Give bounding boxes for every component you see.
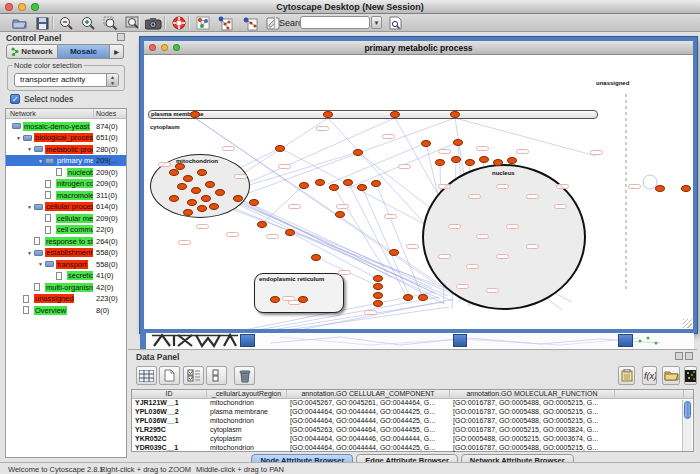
graph-node[interactable] (323, 111, 333, 118)
table-row[interactable]: YPL036W__2plasma membrane[GO:0044464, GO… (132, 408, 693, 417)
graph-node[interactable] (493, 159, 503, 166)
graph-node[interactable] (249, 199, 259, 206)
graph-node[interactable] (187, 199, 197, 206)
tree-row[interactable]: ▼biological_process651(0) (6, 132, 126, 144)
expand-arrow-icon[interactable]: ▼ (27, 146, 32, 152)
select-attributes-button[interactable] (183, 366, 204, 385)
data-panel-float-icon[interactable] (675, 352, 683, 360)
tree-row[interactable]: ▼metabolic process280(0) (6, 143, 126, 155)
copy-network-button[interactable] (239, 15, 261, 31)
graph-node[interactable] (183, 175, 193, 182)
graph-node[interactable] (191, 187, 201, 194)
tab-mosaic[interactable]: Mosaic (58, 44, 110, 59)
tree-row[interactable]: multi-organism pro42(0) (6, 281, 126, 293)
tree-row[interactable]: unassigned223(0) (6, 293, 126, 305)
column-header[interactable]: ID (132, 390, 207, 398)
new-attribute-button[interactable] (159, 366, 180, 385)
graph-node[interactable] (389, 249, 399, 256)
table-row[interactable]: YKR052Ccytoplasm[GO:0044464, GO:0044446,… (132, 435, 693, 444)
background-window-sliver[interactable] (140, 333, 694, 349)
tree-row[interactable]: nucleobase-209(0) (6, 166, 126, 178)
graph-node[interactable] (373, 283, 383, 290)
graph-node[interactable] (169, 169, 179, 176)
open-session-button[interactable] (8, 15, 30, 31)
column-header[interactable]: annotation.GO MOLECULAR_FUNCTION (450, 390, 615, 398)
table-scrollbar[interactable] (682, 400, 692, 451)
graph-node[interactable] (371, 180, 381, 187)
graph-node[interactable] (390, 111, 400, 118)
graph-node[interactable] (183, 209, 193, 216)
graph-node[interactable] (197, 169, 207, 176)
search-options-button[interactable]: ▼ (371, 16, 382, 29)
network-canvas[interactable]: plasma membrane cytoplasm mitochondrion … (144, 56, 693, 329)
expand-arrow-icon[interactable]: ▼ (16, 135, 21, 141)
tree-row[interactable]: ▼primary metabo209(... (6, 155, 126, 167)
expand-arrow-icon[interactable]: ▼ (38, 158, 43, 164)
graph-node[interactable] (507, 157, 517, 164)
unselect-attributes-button[interactable] (206, 366, 227, 385)
graph-node[interactable] (270, 296, 280, 303)
delete-attribute-button[interactable] (234, 366, 255, 385)
advanced-search-button[interactable] (384, 15, 406, 31)
graph-node[interactable] (329, 184, 339, 191)
graph-node[interactable] (233, 195, 243, 202)
graph-node[interactable] (169, 195, 179, 202)
graph-node[interactable] (215, 189, 225, 196)
graph-node[interactable] (311, 254, 321, 261)
tree-row[interactable]: Overview8(0) (6, 304, 126, 316)
snapshot-button[interactable] (142, 15, 164, 31)
graph-node[interactable] (190, 111, 200, 118)
tree-row[interactable]: secretion41(0) (6, 270, 126, 282)
graph-node[interactable] (435, 159, 445, 166)
tree-row[interactable]: cellular metabol209(0) (6, 212, 126, 224)
resize-grip[interactable] (683, 319, 692, 328)
data-panel-close-icon[interactable] (685, 352, 693, 360)
graph-node[interactable] (175, 163, 185, 170)
graph-node[interactable] (343, 179, 353, 186)
column-header[interactable]: annotation.GO CELLULAR_COMPONENT (287, 390, 450, 398)
tree-row[interactable]: ▼transport558(0) (6, 258, 126, 270)
column-header[interactable] (615, 390, 684, 398)
graph-node[interactable] (453, 139, 463, 146)
tree-row[interactable]: mosaic-demo-yeast874(0) (6, 120, 126, 132)
float-panel-icon[interactable] (117, 33, 125, 41)
graph-node[interactable] (403, 294, 413, 301)
table-row[interactable]: YDR039C__1mitochondrion[GO:0044464, GO:0… (132, 444, 693, 453)
graph-node[interactable] (257, 221, 267, 228)
attribute-editor-button[interactable] (618, 366, 635, 385)
graph-node[interactable] (681, 185, 691, 192)
attribute-matrix-button[interactable] (684, 366, 697, 385)
select-nodes-checkbox[interactable]: ✓ (10, 94, 20, 104)
new-network-button[interactable] (192, 15, 214, 31)
table-scrollbar-thumb[interactable] (684, 401, 691, 419)
graph-node[interactable] (205, 181, 215, 188)
graph-node[interactable] (353, 149, 363, 156)
tree-row[interactable]: macromolecule311(0) (6, 189, 126, 201)
expand-arrow-icon[interactable]: ▼ (27, 204, 32, 210)
graph-node[interactable] (465, 159, 475, 166)
graph-node[interactable] (177, 183, 187, 190)
expand-arrow-icon[interactable]: ▼ (27, 250, 32, 256)
zoom-in-button[interactable] (77, 15, 99, 31)
graph-node[interactable] (285, 229, 295, 236)
graph-node[interactable] (197, 205, 207, 212)
attribute-table-button[interactable] (136, 366, 157, 385)
zoom-selected-button[interactable] (99, 15, 121, 31)
graph-node[interactable] (315, 179, 325, 186)
graph-node[interactable] (357, 184, 367, 191)
tree-row[interactable]: ▼establishment of lo558(0) (6, 247, 126, 259)
function-builder-button[interactable]: f(x) (642, 366, 657, 385)
graph-node[interactable] (373, 292, 383, 299)
zoom-out-button[interactable] (55, 15, 77, 31)
import-attributes-button[interactable] (662, 366, 680, 385)
tree-row[interactable]: ▼cellular process614(0) (6, 201, 126, 213)
tab-overflow-button[interactable]: ▶ (110, 44, 124, 59)
graph-node[interactable] (451, 156, 461, 163)
graph-node[interactable] (418, 294, 428, 301)
graph-node[interactable] (299, 182, 309, 189)
graph-node[interactable] (450, 111, 460, 118)
tab-network[interactable]: Network (6, 44, 58, 59)
node-color-select[interactable]: transporter activity ▲▼ (14, 73, 119, 87)
graph-node[interactable] (373, 275, 383, 282)
graph-node[interactable] (479, 156, 489, 163)
